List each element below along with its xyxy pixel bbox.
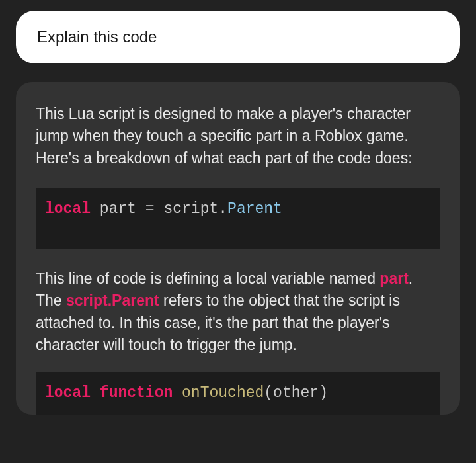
code-dot: . [218,200,227,218]
inline-code-scriptparent: script.Parent [66,292,159,309]
code-block-2: local function onTouched(other) [36,372,440,415]
user-message-bubble: Explain this code [16,11,460,63]
code-object: script [163,200,218,218]
code-property: Parent [227,200,282,218]
code-keyword-local-2: local [45,384,91,401]
explanation-1: This line of code is defining a local va… [36,268,440,356]
assistant-intro-text: This Lua script is designed to make a pl… [36,103,440,169]
code-keyword-local: local [45,200,91,218]
inline-code-part: part [379,270,408,287]
code-parameter: other [273,384,319,401]
code-keyword-function: function [100,384,173,401]
user-message-text: Explain this code [37,28,439,46]
code-block-1: local part = script.Parent [36,188,440,249]
code-function-name: onTouched [182,384,264,401]
explanation-part1: This line of code is defining a local va… [36,270,379,287]
code-space [91,384,100,401]
code-space-2 [173,384,182,401]
assistant-message-bubble: This Lua script is designed to make a pl… [16,82,460,415]
code-variable: part [91,200,145,218]
code-paren-open: ( [264,384,273,401]
code-paren-close: ) [319,384,328,401]
code-operator: = [145,200,164,218]
